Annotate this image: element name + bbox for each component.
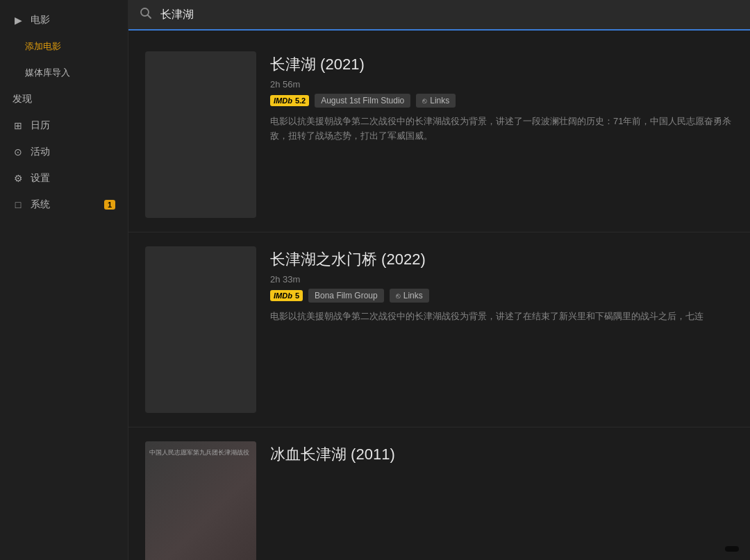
sidebar: ▶电影添加电影媒体库导入发现⊞日历⊙活动⚙设置□系统1: [0, 0, 128, 560]
imdb-score-1: 5: [295, 291, 299, 300]
sidebar-section-main: ▶电影添加电影媒体库导入发现⊞日历⊙活动⚙设置□系统1: [0, 7, 128, 218]
movie-poster-1: [145, 246, 256, 413]
movie-title-1: 长津湖之水门桥 (2022): [270, 249, 733, 270]
sidebar-icon-calendar: ⊞: [12, 120, 24, 131]
sidebar-label-discover: 发现: [12, 93, 32, 105]
sidebar-item-discover[interactable]: 发现: [0, 86, 128, 112]
movie-info-0: 长津湖 (2021)2h 56mIMDb5.2August 1st Film S…: [270, 51, 733, 218]
links-label-1: Links: [403, 291, 423, 300]
sidebar-icon-movies: ▶: [12, 15, 24, 26]
movie-title-2: 冰血长津湖 (2011): [270, 444, 733, 465]
sidebar-label-calendar: 日历: [31, 119, 50, 132]
movie-card-1[interactable]: 长津湖之水门桥 (2022)2h 33mIMDb5Bona Film Group…: [128, 232, 750, 427]
movie-info-2: 冰血长津湖 (2011): [270, 441, 733, 560]
main-content: 长津湖 (2021)2h 56mIMDb5.2August 1st Film S…: [128, 0, 750, 560]
imdb-badge-1[interactable]: IMDb5: [270, 290, 303, 301]
sidebar-label-import-library: 媒体库导入: [25, 67, 70, 79]
sidebar-item-calendar[interactable]: ⊞日历: [0, 112, 128, 139]
sidebar-item-activity[interactable]: ⊙活动: [0, 139, 128, 165]
movie-tags-1: IMDb5Bona Film Group⎋Links: [270, 289, 733, 303]
movie-studio-0[interactable]: August 1st Film Studio: [315, 94, 410, 108]
movie-title-0: 长津湖 (2021): [270, 54, 733, 75]
svg-line-1: [148, 15, 151, 19]
sidebar-icon-system: □: [12, 199, 24, 210]
movie-card-0[interactable]: 长津湖 (2021)2h 56mIMDb5.2August 1st Film S…: [128, 37, 750, 232]
movie-studio-1[interactable]: Bona Film Group: [308, 289, 384, 303]
sidebar-label-movies: 电影: [31, 14, 50, 26]
search-input[interactable]: [160, 8, 739, 21]
sidebar-item-system[interactable]: □系统1: [0, 192, 128, 218]
movie-links-1[interactable]: ⎋Links: [390, 289, 429, 303]
movie-desc-1: 电影以抗美援朝战争第二次战役中的长津湖战役为背景，讲述了在结束了新兴里和下碣隅里…: [270, 309, 733, 324]
imdb-text: IMDb: [274, 291, 292, 300]
sidebar-label-settings: 设置: [31, 172, 50, 185]
movie-info-1: 长津湖之水门桥 (2022)2h 33mIMDb5Bona Film Group…: [270, 246, 733, 413]
sidebar-label-system: 系统: [31, 198, 50, 211]
movie-duration-0: 2h 56m: [270, 79, 733, 90]
badge-system: 1: [104, 200, 115, 210]
search-icon: [140, 7, 152, 22]
movie-desc-0: 电影以抗美援朝战争第二次战役中的长津湖战役为背景，讲述了一段波澜壮阔的历史：71…: [270, 114, 733, 144]
external-link-icon: ⎋: [422, 96, 427, 105]
movie-links-0[interactable]: ⎋Links: [416, 94, 456, 108]
imdb-text: IMDb: [274, 96, 292, 105]
imdb-score-0: 5.2: [295, 96, 306, 105]
sidebar-label-activity: 活动: [31, 146, 50, 158]
sidebar-icon-activity: ⊙: [12, 146, 24, 158]
movie-duration-1: 2h 33m: [270, 274, 733, 285]
sidebar-label-add-movie: 添加电影: [25, 40, 61, 53]
external-link-icon: ⎋: [396, 291, 401, 300]
movie-tags-0: IMDb5.2August 1st Film Studio⎋Links: [270, 94, 733, 108]
search-bar: [128, 0, 750, 31]
results-list: 长津湖 (2021)2h 56mIMDb5.2August 1st Film S…: [128, 31, 750, 560]
sidebar-item-movies[interactable]: ▶电影: [0, 7, 128, 33]
movie-poster-0: [145, 51, 256, 218]
movie-card-2[interactable]: 中国人民志愿军第九兵团长津湖战役冰血长津湖 (2011): [128, 427, 750, 560]
sidebar-item-import-library[interactable]: 媒体库导入: [0, 60, 128, 86]
movie-poster-2: 中国人民志愿军第九兵团长津湖战役: [145, 441, 256, 560]
sidebar-item-add-movie[interactable]: 添加电影: [0, 33, 128, 60]
imdb-badge-0[interactable]: IMDb5.2: [270, 95, 309, 106]
watermark: [725, 546, 739, 552]
sidebar-icon-settings: ⚙: [12, 173, 24, 184]
sidebar-item-settings[interactable]: ⚙设置: [0, 165, 128, 192]
links-label-0: Links: [430, 96, 449, 105]
